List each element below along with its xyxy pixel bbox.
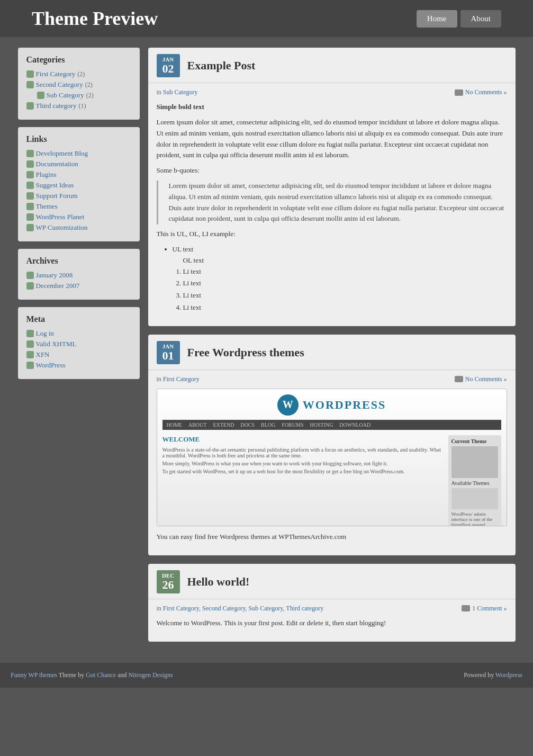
nav-item: ABOUT <box>188 422 206 428</box>
comment-icon <box>455 89 463 96</box>
post-title[interactable]: Example Post <box>187 59 507 73</box>
bullet-icon <box>26 362 34 369</box>
links-title: Links <box>26 134 131 144</box>
nav-about[interactable]: About <box>460 10 502 28</box>
meta-valid-xhtml[interactable]: Valid XHTML <box>36 340 77 348</box>
link-wp-customization[interactable]: WP Customization <box>36 223 88 232</box>
wp-logo-text: WordPress <box>303 398 386 412</box>
bullet-icon <box>26 224 34 231</box>
post-comments-link[interactable]: 1 Comment » <box>472 605 507 613</box>
meta-login[interactable]: Log in <box>36 329 54 338</box>
bullet-icon <box>26 203 34 210</box>
theme-thumbnail <box>451 446 498 478</box>
category-link[interactable]: First Category <box>36 70 76 78</box>
post-month: JAN <box>161 343 176 349</box>
bullet-icon <box>26 351 34 358</box>
list-item: January 2008 <box>26 271 131 280</box>
post-title[interactable]: Free Wordpress themes <box>187 346 507 359</box>
post-meta: in First Category, Second Category, Sub … <box>148 605 516 613</box>
bullet-icon <box>26 70 34 78</box>
archive-jan-2008[interactable]: January 2008 <box>36 271 73 280</box>
nav-item: HOSTING <box>310 422 333 428</box>
sidebar: Categories First Category (2) Second Cat… <box>18 48 140 379</box>
meta-title: Meta <box>26 314 131 324</box>
post-bquote-text: Lorem ipsum dolor sit amet, consectetur … <box>169 181 507 224</box>
header-nav: Home About <box>417 10 501 28</box>
footer-nitrogen-link[interactable]: Nitrogen Designs <box>128 671 173 679</box>
list-item: OL text Li text Li text Li text Li text <box>183 255 507 313</box>
post-category-label: in First Category, Second Category, Sub … <box>157 605 324 613</box>
post-category-link[interactable]: Sub Category <box>163 88 198 96</box>
wp-themes-panel: Current Theme Available Themes WordPress… <box>448 435 501 526</box>
wp-welcome-text3: To get started with WordPress, set it up… <box>162 469 443 474</box>
bullet-icon <box>26 150 34 157</box>
post-cat-third[interactable]: Third category <box>286 605 323 612</box>
main-wrapper: Categories First Category (2) Second Cat… <box>13 37 521 652</box>
link-support-forum[interactable]: Support Forum <box>36 192 78 200</box>
post-cat-sub[interactable]: Sub Category <box>249 605 283 612</box>
post-title-area: Free Wordpress themes <box>187 346 507 359</box>
footer-right: Powered by Wordpress <box>464 671 522 679</box>
bullet-icon <box>26 192 34 200</box>
wp-welcome-text2: More simply, WordPress is what you use w… <box>162 461 443 466</box>
meta-xfn[interactable]: XFN <box>36 350 50 359</box>
wp-side-col: Current Theme Available Themes WordPress… <box>448 435 501 526</box>
post-comments-link[interactable]: No Comments » <box>465 375 507 383</box>
category-count: (2) <box>77 70 85 78</box>
post-date: JAN 01 <box>157 341 180 364</box>
nav-item: BLOG <box>261 422 275 428</box>
site-footer: Funny WP themes Theme by Got Chance and … <box>0 663 533 688</box>
bullet-icon <box>26 213 34 221</box>
post-hello-world: DEC 26 Hello world! in First Category, S… <box>148 564 516 642</box>
post-text-after-link: at WPThemesArchive.com <box>272 533 347 541</box>
post-cat-first[interactable]: First Category <box>163 605 199 612</box>
category-count: (1) <box>78 102 86 110</box>
category-link[interactable]: Second Category <box>36 80 83 89</box>
post-comments: No Comments » <box>455 375 507 383</box>
list-item: Li text <box>183 278 507 289</box>
category-link[interactable]: Third category <box>36 102 77 110</box>
link-themes[interactable]: Themes <box>36 202 58 211</box>
nav-home[interactable]: Home <box>417 10 457 28</box>
theme-description: WordPress' admin interface is one of the… <box>451 511 498 526</box>
meta-wordpress[interactable]: WordPress <box>36 361 66 370</box>
categories-list: First Category (2) Second Category (2) S… <box>26 70 131 110</box>
list-item: WordPress Planet <box>26 213 131 221</box>
link-suggest-ideas[interactable]: Suggest Ideas <box>36 181 74 190</box>
link-plugins[interactable]: Plugins <box>36 170 57 179</box>
categories-title: Categories <box>26 55 131 65</box>
post-header: DEC 26 Hello world! <box>148 564 516 599</box>
bullet-icon <box>26 182 34 189</box>
link-development-blog[interactable]: Development Blog <box>36 149 88 158</box>
post-title[interactable]: Hello world! <box>187 575 507 589</box>
site-title: Theme Preview <box>32 7 158 30</box>
post-header: JAN 02 Example Post <box>148 48 516 83</box>
list-item: XFN <box>26 350 131 359</box>
post-date: JAN 02 <box>157 54 180 77</box>
footer-funny-wp-link[interactable]: Funny WP themes <box>11 671 57 679</box>
wp-welcome-heading: WELCOME <box>162 435 443 444</box>
post-title-area: Example Post <box>187 59 507 73</box>
post-day: 26 <box>161 579 176 591</box>
post-free-themes: JAN 01 Free Wordpress themes in First Ca… <box>148 335 516 555</box>
archive-dec-2007[interactable]: December 2007 <box>36 282 80 290</box>
footer-got-chance-link[interactable]: Got Chance <box>86 671 116 679</box>
wordpress-themes-link[interactable]: Wordpress themes <box>220 533 270 541</box>
meta-list: Log in Valid XHTML XFN WordPress <box>26 329 131 370</box>
post-day: 01 <box>161 349 176 362</box>
list-item: Plugins <box>26 170 131 179</box>
list-item: WordPress <box>26 361 131 370</box>
wp-welcome-text: WordPress is a state-of-the-art semantic… <box>162 447 443 458</box>
category-link-sub[interactable]: Sub Category <box>47 91 84 100</box>
post-bquote-label: Some b-quotes: <box>157 165 507 176</box>
link-wordpress-planet[interactable]: WordPress Planet <box>36 213 85 221</box>
list-item: WP Customization <box>26 223 131 232</box>
list-item: UL text OL text Li text Li text Li text … <box>173 244 507 313</box>
footer-wordpress-link[interactable]: Wordpress <box>495 671 522 679</box>
post-category-link[interactable]: First Category <box>163 375 200 383</box>
post-text-before-link: You can easy find free <box>157 533 218 541</box>
post-cat-second[interactable]: Second Category <box>202 605 246 612</box>
link-documentation[interactable]: Documentation <box>36 160 78 168</box>
wp-content-area: WELCOME WordPress is a state-of-the-art … <box>162 435 501 526</box>
post-comments-link[interactable]: No Comments » <box>465 88 507 96</box>
